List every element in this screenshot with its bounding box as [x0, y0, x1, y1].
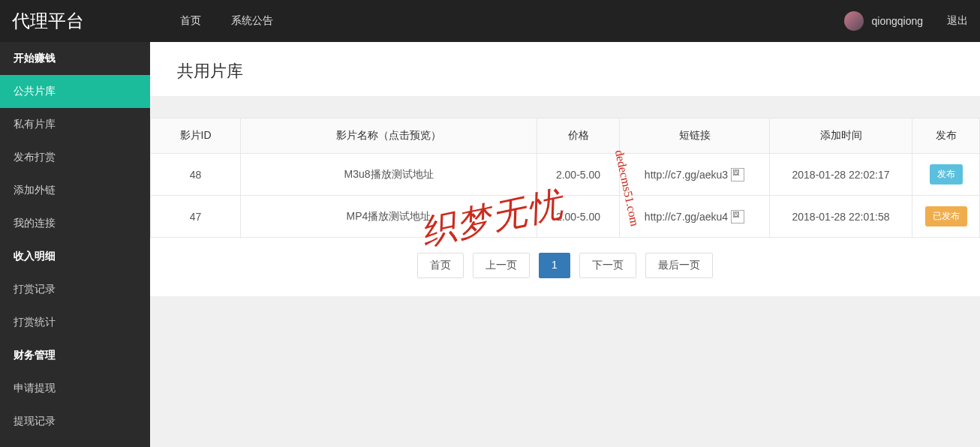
- brand-title: 代理平台: [12, 9, 150, 33]
- preview-link[interactable]: MP4播放测试地址: [347, 210, 431, 222]
- username-label: qiongqiong: [871, 15, 923, 27]
- logout-link[interactable]: 退出: [947, 14, 968, 28]
- topbar-right: qiongqiong 退出: [844, 11, 968, 31]
- table-row: 48M3u8播放测试地址2.00-5.00http://c7.gg/aeku32…: [151, 154, 980, 196]
- cell-time: 2018-01-28 22:01:58: [770, 196, 912, 238]
- sidebar-header: 收入明细: [0, 240, 150, 273]
- th-publish: 发布: [912, 118, 980, 154]
- cell-id: 47: [151, 196, 241, 238]
- cell-shortlink: http://c7.gg/aeku3: [620, 154, 770, 196]
- publish-button[interactable]: 已发布: [925, 206, 967, 226]
- shortlink-text[interactable]: http://c7.gg/aeku4: [645, 211, 728, 223]
- video-table: 影片ID 影片名称（点击预览） 价格 短链接 添加时间 发布 48M3u8播放测…: [150, 118, 980, 238]
- top-nav: 首页 系统公告: [180, 14, 273, 28]
- sidebar-item[interactable]: 提现记录: [0, 405, 150, 438]
- th-id: 影片ID: [151, 118, 241, 154]
- cell-price: 2.00-5.00: [537, 154, 620, 196]
- page-prev[interactable]: 上一页: [473, 253, 530, 278]
- broken-image-icon: [731, 210, 744, 224]
- avatar-icon: [844, 11, 864, 31]
- preview-link[interactable]: M3u8播放测试地址: [344, 168, 433, 180]
- sidebar: 开始赚钱公共片库私有片库发布打赏添加外链我的连接收入明细打赏记录打赏统计财务管理…: [0, 42, 150, 447]
- cell-publish: 发布: [912, 154, 980, 196]
- page-current[interactable]: 1: [539, 253, 570, 278]
- th-price: 价格: [537, 118, 620, 154]
- sidebar-header: 用户信息: [0, 438, 150, 447]
- topbar: 代理平台 首页 系统公告 qiongqiong 退出: [0, 0, 980, 42]
- sidebar-item[interactable]: 发布打赏: [0, 141, 150, 174]
- sidebar-item[interactable]: 添加外链: [0, 174, 150, 207]
- cell-time: 2018-01-28 22:02:17: [770, 154, 912, 196]
- cell-price: 2.00-5.00: [537, 196, 620, 238]
- pagination: 首页 上一页 1 下一页 最后一页: [150, 238, 980, 296]
- page-last[interactable]: 最后一页: [645, 253, 713, 278]
- sidebar-item[interactable]: 申请提现: [0, 372, 150, 405]
- cell-name: M3u8播放测试地址: [241, 154, 537, 196]
- cell-id: 48: [151, 154, 241, 196]
- shortlink-text[interactable]: http://c7.gg/aeku3: [645, 169, 728, 181]
- table-row: 47MP4播放测试地址2.00-5.00http://c7.gg/aeku420…: [151, 196, 980, 238]
- main-content: 共用片库 影片ID 影片名称（点击预览） 价格 短链接 添加时间 发布 48M3…: [150, 42, 980, 447]
- publish-button[interactable]: 发布: [930, 164, 963, 184]
- th-shortlink: 短链接: [620, 118, 770, 154]
- th-name: 影片名称（点击预览）: [241, 118, 537, 154]
- th-time: 添加时间: [770, 118, 912, 154]
- page-title: 共用片库: [177, 60, 953, 82]
- sidebar-item[interactable]: 私有片库: [0, 108, 150, 141]
- cell-publish: 已发布: [912, 196, 980, 238]
- page-next[interactable]: 下一页: [579, 253, 636, 278]
- user-menu[interactable]: qiongqiong: [844, 11, 923, 31]
- nav-notice[interactable]: 系统公告: [231, 14, 273, 28]
- sidebar-item[interactable]: 打赏记录: [0, 273, 150, 306]
- page-first[interactable]: 首页: [417, 253, 464, 278]
- sidebar-header: 财务管理: [0, 339, 150, 372]
- nav-home[interactable]: 首页: [180, 14, 201, 28]
- sidebar-header: 开始赚钱: [0, 42, 150, 75]
- cell-shortlink: http://c7.gg/aeku4: [620, 196, 770, 238]
- sidebar-item[interactable]: 公共片库: [0, 75, 150, 108]
- sidebar-item[interactable]: 我的连接: [0, 207, 150, 240]
- cell-name: MP4播放测试地址: [241, 196, 537, 238]
- sidebar-item[interactable]: 打赏统计: [0, 306, 150, 339]
- broken-image-icon: [731, 168, 744, 182]
